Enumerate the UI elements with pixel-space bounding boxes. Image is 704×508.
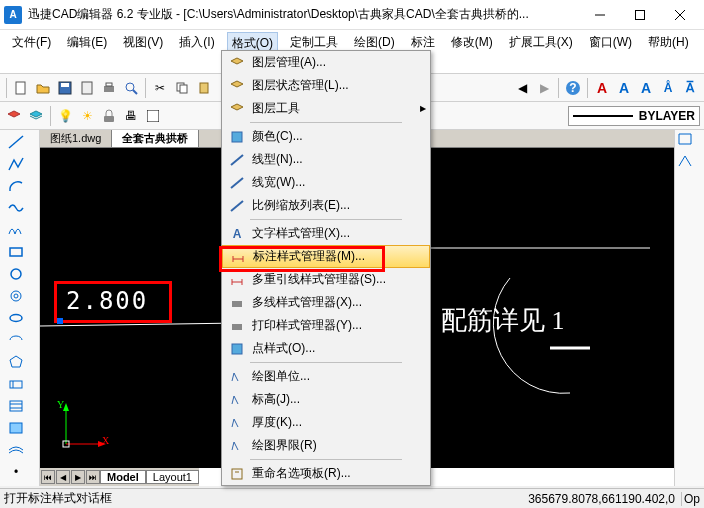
menu-item-icon: [226, 152, 248, 168]
svg-point-25: [10, 315, 22, 322]
menu-item-7[interactable]: A文字样式管理(X)...: [222, 222, 430, 245]
text-style-a2[interactable]: A: [614, 78, 634, 98]
menu-item-icon: A: [226, 226, 248, 242]
svg-rect-21: [10, 248, 22, 256]
svg-line-43: [231, 178, 243, 188]
cut-icon[interactable]: ✂: [150, 78, 170, 98]
menu-item-label: 比例缩放列表(E)...: [248, 197, 426, 214]
menu-item-11[interactable]: 打印样式管理器(Y)...: [222, 314, 430, 337]
menu-item-label: 标注样式管理器(M)...: [249, 248, 425, 265]
svg-rect-17: [104, 116, 114, 122]
menu-item-0[interactable]: 图层管理(A)...: [222, 51, 430, 74]
copy-icon[interactable]: [172, 78, 192, 98]
svg-line-44: [231, 201, 243, 211]
app-icon: A: [4, 6, 22, 24]
menu-item-label: 文字样式管理(X)...: [248, 225, 426, 242]
menu-8[interactable]: 修改(M): [447, 32, 497, 71]
tab-nav-last[interactable]: ⏭: [86, 470, 100, 484]
preview-icon[interactable]: [121, 78, 141, 98]
menu-item-14[interactable]: 标高(J)...: [222, 388, 430, 411]
tab-nav-first[interactable]: ⏮: [41, 470, 55, 484]
text-style-a4[interactable]: Å: [658, 78, 678, 98]
gradient-tool[interactable]: [2, 418, 30, 438]
rtool-1[interactable]: [677, 132, 701, 152]
layer-states-icon[interactable]: [26, 106, 46, 126]
calc-icon[interactable]: [77, 78, 97, 98]
menu-item-10[interactable]: 多线样式管理器(X)...: [222, 291, 430, 314]
new-icon[interactable]: [11, 78, 31, 98]
tab-doc-1[interactable]: 图纸1.dwg: [40, 130, 112, 147]
menu-item-8[interactable]: 标注样式管理器(M)...: [222, 245, 430, 268]
menu-item-3[interactable]: 颜色(C)...: [222, 125, 430, 148]
menu-10[interactable]: 窗口(W): [585, 32, 636, 71]
help-icon[interactable]: ?: [563, 78, 583, 98]
tab-doc-2[interactable]: 全套古典拱桥: [112, 130, 199, 147]
point-tool[interactable]: •: [2, 462, 30, 482]
ellipse-arc-tool[interactable]: [2, 330, 30, 350]
menu-3[interactable]: 插入(I): [175, 32, 218, 71]
bulb-icon[interactable]: 💡: [55, 106, 75, 126]
menu-item-5[interactable]: 线宽(W)...: [222, 171, 430, 194]
arc-tool[interactable]: [2, 176, 30, 196]
menu-item-2[interactable]: 图层工具▶: [222, 97, 430, 120]
lock-combo-icon[interactable]: [99, 106, 119, 126]
menu-11[interactable]: 帮助(H): [644, 32, 693, 71]
hatch-tool[interactable]: [2, 396, 30, 416]
menu-item-12[interactable]: 点样式(O)...: [222, 337, 430, 360]
maximize-button[interactable]: [620, 1, 660, 29]
menu-2[interactable]: 视图(V): [119, 32, 167, 71]
tab-model[interactable]: Model: [100, 470, 146, 484]
menu-item-15[interactable]: 厚度(K)...: [222, 411, 430, 434]
menu-item-label: 线宽(W)...: [248, 174, 426, 191]
menu-item-6[interactable]: 比例缩放列表(E)...: [222, 194, 430, 217]
color-swatch[interactable]: [143, 106, 163, 126]
svg-rect-41: [232, 132, 242, 142]
spline-tool[interactable]: [2, 198, 30, 218]
polyline-tool[interactable]: [2, 154, 30, 174]
text-style-a5[interactable]: A̅: [680, 78, 700, 98]
svg-rect-4: [16, 82, 25, 94]
save-icon[interactable]: [55, 78, 75, 98]
menu-0[interactable]: 文件(F): [8, 32, 55, 71]
menu-item-1[interactable]: 图层状态管理(L)...: [222, 74, 430, 97]
text-style-a3[interactable]: A: [636, 78, 656, 98]
menu-item-icon: [226, 392, 248, 408]
tab-layout1[interactable]: Layout1: [146, 470, 199, 484]
menu-item-icon: [226, 341, 248, 357]
format-menu: 图层管理(A)...图层状态管理(L)...图层工具▶颜色(C)...线型(N)…: [221, 50, 431, 486]
tab-nav-next[interactable]: ▶: [71, 470, 85, 484]
menu-item-13[interactable]: 绘图单位...: [222, 365, 430, 388]
svg-rect-28: [10, 401, 22, 411]
close-button[interactable]: [660, 1, 700, 29]
menu-item-16[interactable]: 绘图界限(R): [222, 434, 430, 457]
linetype-combo[interactable]: BYLAYER: [568, 106, 700, 126]
line-tool[interactable]: [2, 132, 30, 152]
curve-tool[interactable]: [2, 220, 30, 240]
print-layer-icon[interactable]: 🖶: [121, 106, 141, 126]
sun-icon[interactable]: ☀: [77, 106, 97, 126]
menu-9[interactable]: 扩展工具(X): [505, 32, 577, 71]
rect-tool[interactable]: [2, 242, 30, 262]
menu-item-17[interactable]: 重命名选项板(R)...: [222, 462, 430, 485]
tab-nav-prev[interactable]: ◀: [56, 470, 70, 484]
nav-right-icon[interactable]: ▶: [534, 78, 554, 98]
rect2-tool[interactable]: [2, 374, 30, 394]
menu-1[interactable]: 编辑(E): [63, 32, 111, 71]
multiline-tool[interactable]: [2, 440, 30, 460]
rtool-2[interactable]: [677, 154, 701, 174]
paste-icon[interactable]: [194, 78, 214, 98]
status-extra: Op: [684, 492, 700, 506]
layer-icon[interactable]: [4, 106, 24, 126]
ring-tool[interactable]: [2, 286, 30, 306]
open-icon[interactable]: [33, 78, 53, 98]
circle-tool[interactable]: [2, 264, 30, 284]
menu-item-9[interactable]: 多重引线样式管理器(S)...: [222, 268, 430, 291]
polygon-tool[interactable]: [2, 352, 30, 372]
svg-rect-7: [82, 82, 92, 94]
nav-left-icon[interactable]: ◀: [512, 78, 532, 98]
print-icon[interactable]: [99, 78, 119, 98]
ellipse-tool[interactable]: [2, 308, 30, 328]
menu-item-4[interactable]: 线型(N)...: [222, 148, 430, 171]
text-style-a1[interactable]: A: [592, 78, 612, 98]
minimize-button[interactable]: [580, 1, 620, 29]
